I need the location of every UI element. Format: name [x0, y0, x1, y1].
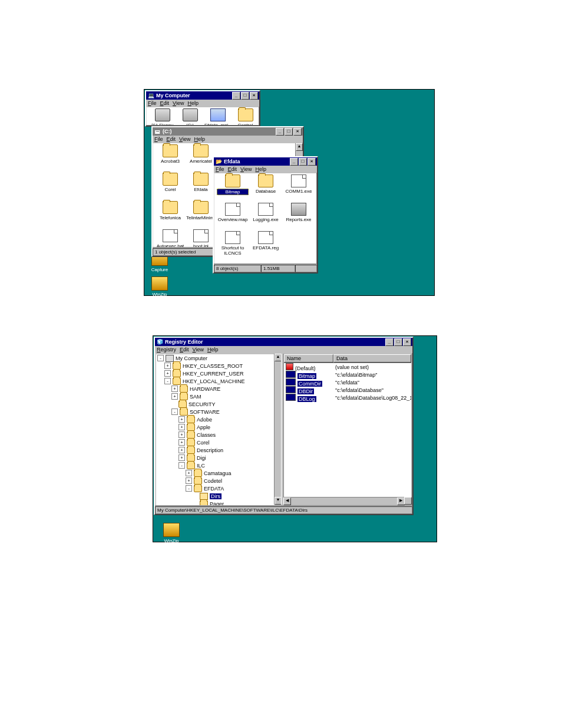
column-data[interactable]: Data — [333, 354, 411, 363]
desktop-icon-winzip[interactable]: WinZip — [148, 276, 171, 297]
expand-icon[interactable]: + — [171, 386, 178, 392]
tree-node[interactable]: -SOFTWARE — [156, 408, 275, 416]
collapse-icon[interactable]: - — [164, 378, 171, 384]
menubar[interactable]: File Edit View Help — [214, 166, 317, 173]
tree-node[interactable]: +SAM — [156, 393, 275, 400]
maximize-button[interactable]: □ — [241, 92, 249, 100]
desktop-icon-winzip[interactable]: WinZip — [160, 523, 183, 543]
expand-icon[interactable]: + — [178, 424, 185, 430]
expand-icon[interactable]: + — [178, 454, 185, 461]
file-item[interactable]: Efdata — [186, 173, 216, 192]
tree-node[interactable]: -EFDATA — [156, 485, 275, 492]
close-button[interactable]: × — [293, 128, 302, 136]
file-item[interactable]: (C:) — [177, 108, 203, 125]
maximize-button[interactable]: □ — [299, 158, 307, 166]
expand-icon[interactable]: + — [164, 370, 171, 377]
registry-value-row[interactable]: DBDir"c:\efdata\Database" — [284, 386, 411, 394]
scroll-left-icon[interactable]: ◀ — [283, 498, 291, 505]
menu-file[interactable]: File — [154, 136, 163, 142]
menu-view[interactable]: View — [193, 347, 204, 353]
titlebar[interactable]: 🖴 (C:) _ □ × — [153, 127, 303, 136]
tree-node[interactable]: +Digi — [156, 454, 275, 462]
file-item[interactable]: Logging.exe — [250, 203, 282, 222]
menu-view[interactable]: View — [240, 166, 252, 172]
tree-node[interactable]: -HKEY_LOCAL_MACHINE — [156, 377, 275, 385]
collapse-icon[interactable]: - — [171, 409, 178, 415]
file-item[interactable]: Efdata_mni... — [204, 108, 231, 125]
file-item[interactable]: EFDATA.reg — [250, 231, 282, 251]
tree-node[interactable]: -ILC — [156, 462, 275, 469]
expand-icon[interactable]: + — [178, 431, 185, 438]
tree-node[interactable]: +Camatagua — [156, 469, 275, 477]
minimize-button[interactable]: _ — [385, 338, 394, 346]
menu-file[interactable]: File — [216, 166, 224, 172]
menu-view[interactable]: View — [179, 136, 190, 142]
menu-registry[interactable]: Registry — [157, 347, 176, 353]
menu-file[interactable]: File — [148, 100, 157, 106]
menu-view[interactable]: View — [173, 100, 184, 106]
tree-node[interactable]: +Apple — [156, 423, 275, 431]
maximize-button[interactable]: □ — [285, 128, 293, 136]
expand-icon[interactable]: + — [186, 477, 192, 484]
tree-node[interactable]: Pager — [156, 500, 275, 505]
file-item[interactable]: Bitmap — [217, 174, 249, 195]
registry-values-list[interactable]: Name Data (Default)(value not set)Bitmap… — [284, 354, 411, 498]
file-item[interactable]: Overview.map — [217, 203, 249, 222]
file-item[interactable]: Reports.exe — [283, 203, 315, 222]
menu-help[interactable]: Help — [255, 166, 266, 172]
minimize-button[interactable]: _ — [290, 158, 298, 166]
titlebar[interactable]: 🧊 Registry Editor _ □ × — [155, 338, 412, 346]
expand-icon[interactable]: + — [164, 363, 171, 369]
menubar[interactable]: Registry Edit View Help — [155, 346, 412, 353]
menu-help[interactable]: Help — [194, 136, 205, 142]
expand-icon[interactable]: + — [171, 393, 178, 400]
titlebar[interactable]: 💻 My Computer _ □ × — [146, 91, 259, 100]
close-button[interactable]: × — [250, 92, 258, 100]
minimize-button[interactable]: _ — [232, 92, 240, 100]
file-item[interactable]: Database — [250, 174, 282, 194]
expand-icon[interactable]: + — [178, 447, 185, 453]
tree-node[interactable]: +Corel — [156, 439, 275, 446]
maximize-button[interactable]: □ — [394, 338, 402, 346]
file-item[interactable]: 3½ Floppy (A:) — [149, 108, 176, 125]
registry-value-row[interactable]: DBLog"c:\efdata\Database\Log08_22_1998_0… — [284, 394, 411, 401]
file-item[interactable]: boot.ini — [186, 229, 216, 247]
tree-node[interactable]: +Adobe — [156, 416, 275, 423]
list-header[interactable]: Name Data — [284, 354, 411, 363]
tree-node[interactable]: +Classes — [156, 431, 275, 439]
registry-value-row[interactable]: CommDir"c:\efdata" — [284, 378, 411, 386]
menu-edit[interactable]: Edit — [180, 347, 189, 353]
file-item[interactable]: Control Panel — [232, 108, 259, 125]
scroll-up-icon[interactable]: ▲ — [296, 143, 303, 151]
minimize-button[interactable]: _ — [276, 128, 284, 136]
tree-node[interactable]: +Codetel — [156, 477, 275, 485]
menu-edit[interactable]: Edit — [167, 136, 176, 142]
tree-node[interactable]: +HARDWARE — [156, 385, 275, 393]
tree-node[interactable]: SECURITY — [156, 400, 275, 408]
tree-node[interactable]: Dirs — [156, 492, 275, 500]
registry-tree[interactable]: -My Computer+HKEY_CLASSES_ROOT+HKEY_CURR… — [156, 354, 275, 505]
file-item[interactable]: COMM1.exe — [283, 174, 315, 194]
expand-icon[interactable]: + — [178, 416, 185, 423]
menubar[interactable]: File Edit View Help — [146, 100, 259, 107]
file-item[interactable]: Autoexec.bat — [156, 229, 185, 247]
titlebar[interactable]: 📂 Efdata _ □ × — [214, 157, 317, 166]
close-button[interactable]: × — [403, 338, 411, 346]
file-item[interactable]: Telefonica — [156, 201, 185, 220]
file-item[interactable]: Shortcut to ILCNCS — [217, 231, 249, 256]
expand-icon[interactable]: + — [186, 470, 192, 476]
menu-help[interactable]: Help — [207, 347, 219, 353]
column-name[interactable]: Name — [284, 354, 333, 363]
scrollbar-horizontal[interactable]: ◀ ▶ — [283, 497, 405, 505]
registry-value-row[interactable]: Bitmap"c:\efdata\Bitmap" — [284, 371, 411, 378]
menubar[interactable]: File Edit View Help — [153, 136, 303, 143]
file-item[interactable]: Corel — [156, 173, 185, 192]
expand-icon[interactable]: + — [178, 439, 185, 446]
collapse-icon[interactable]: - — [186, 485, 192, 492]
collapse-icon[interactable]: - — [157, 355, 164, 361]
collapse-icon[interactable]: - — [178, 462, 185, 469]
menu-help[interactable]: Help — [187, 100, 199, 106]
menu-edit[interactable]: Edit — [160, 100, 170, 106]
file-item[interactable]: TelintarMinim... — [186, 201, 216, 220]
close-button[interactable]: × — [308, 158, 316, 166]
